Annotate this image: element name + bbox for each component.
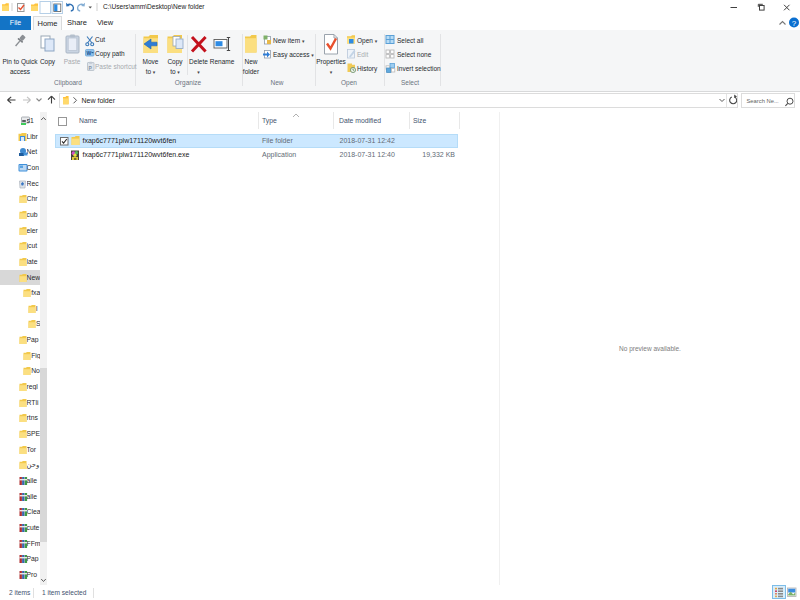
svg-text:New folder: New folder (82, 97, 116, 104)
svg-text:W: W (87, 50, 92, 56)
svg-text:?: ? (792, 19, 797, 28)
